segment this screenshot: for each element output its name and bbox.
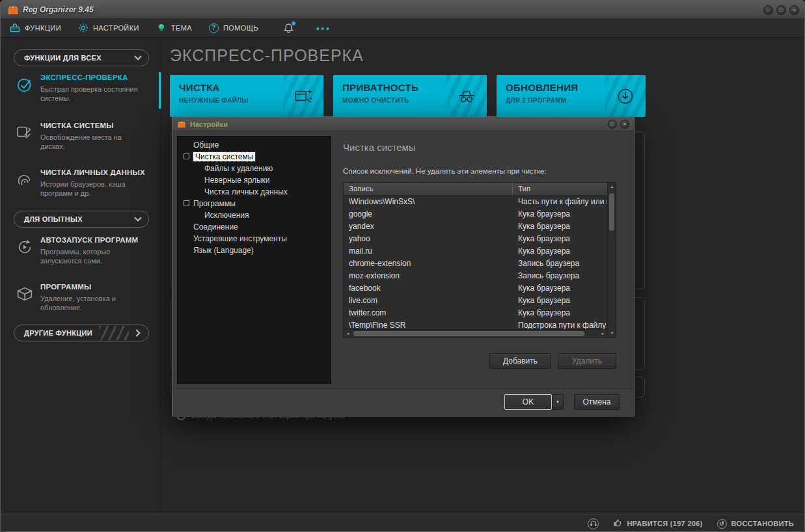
tree-item-invalid-shortcuts[interactable]: Неверные ярлыки <box>204 176 270 186</box>
vertical-scroll-thumb[interactable] <box>609 193 614 231</box>
dialog-title: Настройки <box>190 117 228 131</box>
table-header[interactable]: Запись Тип <box>344 183 607 196</box>
statusbar: НРАВИТСЯ (197 206) ↺ ВОССТАНОВИТЬ <box>1 514 804 532</box>
tree-item-label[interactable]: Неверные ярлыки <box>204 176 270 185</box>
updates-download-icon <box>605 75 646 117</box>
expander-minus-icon[interactable] <box>184 153 189 159</box>
dialog-maximize-button[interactable]: □ <box>608 120 617 129</box>
tree-item-label[interactable]: Чистка системы <box>193 152 255 161</box>
scroll-left-icon[interactable]: ◄ <box>344 330 352 338</box>
tree-item-label[interactable]: Программы <box>193 199 236 208</box>
toolbox-icon <box>10 23 20 33</box>
cell-type: Кука браузера <box>513 245 607 258</box>
restore-label: ВОССТАНОВИТЬ <box>731 520 794 527</box>
cancel-button[interactable]: Отмена <box>574 394 620 410</box>
notifications-bell[interactable] <box>283 23 294 34</box>
cell-entry: twitter.com <box>344 307 513 319</box>
card-cleanup[interactable]: ЧИСТКА НЕНУЖНЫЕ ФАЙЛЫ <box>170 75 323 117</box>
tree-item-connection[interactable]: Соединение <box>193 222 238 233</box>
help-icon: ? <box>209 23 219 33</box>
card-subtitle: НЕНУЖНЫЕ ФАЙЛЫ <box>179 97 249 104</box>
dialog-close-button[interactable]: × <box>620 120 629 129</box>
scroll-up-icon[interactable]: ▲ <box>608 183 616 191</box>
gear-icon <box>78 23 89 33</box>
scroll-right-icon[interactable]: ► <box>599 330 607 338</box>
support-headphones-button[interactable] <box>588 518 599 529</box>
table-row[interactable]: facebook Кука браузера <box>344 282 607 295</box>
card-privacy[interactable]: ПРИВАТНОСТЬ МОЖНО ОЧИСТИТЬ <box>333 75 487 117</box>
table-row[interactable]: twitter.com Кука браузера <box>344 307 607 319</box>
column-header-type[interactable]: Тип <box>513 183 607 195</box>
tree-item-label[interactable]: Исключения <box>204 211 249 220</box>
page-title: ЭКСПРЕСС-ПРОВЕРКА <box>170 46 364 65</box>
tree-item-exclusions[interactable]: Исключения <box>204 211 249 221</box>
tree-item-label[interactable]: Файлы к удалению <box>204 164 273 173</box>
tree-item-personal-data-cleanup[interactable]: Чистка личных данных <box>204 187 288 198</box>
tree-item-system-cleanup[interactable]: Чистка системы <box>193 152 255 163</box>
table-row[interactable]: yahoo Кука браузера <box>344 233 607 245</box>
dialog-section-heading: Чистка системы <box>343 142 416 153</box>
menu-settings-label: НАСТРОЙКИ <box>93 24 139 32</box>
close-button[interactable]: × <box>789 5 799 15</box>
menu-functions[interactable]: ФУНКЦИИ <box>10 23 61 33</box>
sidebar-group-for-experienced[interactable]: ДЛЯ ОПЫТНЫХ <box>14 211 149 228</box>
cell-type: Кука браузера <box>513 307 607 319</box>
tree-item-programs[interactable]: Программы <box>193 199 236 209</box>
add-button[interactable]: Добавить <box>489 353 551 369</box>
menu-theme[interactable]: ТЕМА <box>156 23 192 33</box>
table-row[interactable]: yandex Кука браузера <box>344 220 607 233</box>
sidebar-item-programs[interactable]: ПРОГРАММЫ Удаление, установка и обновлен… <box>1 282 161 319</box>
maximize-button[interactable]: □ <box>776 5 786 15</box>
sidebar-item-autostart[interactable]: АВТОЗАПУСК ПРОГРАММ Программы, которые з… <box>1 235 161 273</box>
ok-button[interactable]: OK <box>504 394 552 410</box>
tree-item-obsolete-tools[interactable]: Устаревшие инструменты <box>193 234 287 245</box>
tree-item-label[interactable]: Чистка личных данных <box>204 187 288 196</box>
tree-item-label[interactable]: Язык (Language) <box>193 246 254 255</box>
delete-button[interactable]: Удалить <box>558 353 616 369</box>
bell-icon <box>283 25 294 36</box>
cell-entry: live.com <box>344 295 513 307</box>
tree-item-general[interactable]: Общие <box>193 140 219 151</box>
table-row[interactable]: \Temp\Fine SSR Подстрока пути к файлу <box>344 319 607 329</box>
restore-button[interactable]: ↺ ВОССТАНОВИТЬ <box>717 519 794 529</box>
table-row[interactable]: chrome-extension Запись браузера <box>344 258 607 270</box>
sidebar-group-other-functions[interactable]: ДРУГИЕ ФУНКЦИИ <box>14 325 149 341</box>
sidebar-item-personal-data-cleanup[interactable]: ЧИСТКА ЛИЧНЫХ ДАННЫХ Истории браузеров, … <box>1 167 161 205</box>
settings-tree: Общие Чистка системы Файлы к удалению Не… <box>177 136 331 384</box>
cell-entry: \Windows\WinSxS\ <box>344 196 513 208</box>
tree-item-files-to-delete[interactable]: Файлы к удалению <box>204 164 273 174</box>
table-row[interactable]: google Кука браузера <box>344 208 607 220</box>
tree-item-label[interactable]: Соединение <box>193 222 238 232</box>
column-header-entry[interactable]: Запись <box>344 183 513 195</box>
table-row[interactable]: mail.ru Кука браузера <box>344 245 607 258</box>
scroll-down-icon[interactable]: ▼ <box>608 329 616 338</box>
table-row[interactable]: moz-extension Запись браузера <box>344 270 607 282</box>
horizontal-scrollbar[interactable]: ◄ ► <box>344 329 607 338</box>
notification-dot <box>292 21 295 25</box>
active-indicator <box>159 72 161 109</box>
ok-dropdown-button[interactable]: ▼ <box>552 394 564 410</box>
stripes-decoration <box>99 326 129 340</box>
minimize-button[interactable]: − <box>763 5 773 15</box>
like-button[interactable]: НРАВИТСЯ (197 206) <box>613 518 702 529</box>
tree-item-label[interactable]: Общие <box>193 140 219 150</box>
card-updates[interactable]: ОБНОВЛЕНИЯ ДЛЯ 2 ПРОГРАММ <box>497 75 646 117</box>
bulb-icon <box>156 23 167 33</box>
menu-settings[interactable]: НАСТРОЙКИ <box>78 23 139 33</box>
titlebar[interactable]: Reg Organizer 9.45 − □ × <box>1 1 804 19</box>
table-row[interactable]: live.com Кука браузера <box>344 295 607 307</box>
tree-item-language[interactable]: Язык (Language) <box>193 246 254 256</box>
table-row[interactable]: \Windows\WinSxS\ Часть пути к файлу или … <box>344 196 607 208</box>
sidebar-item-subtitle: Истории браузеров, кэша программ и др. <box>40 180 148 198</box>
horizontal-scroll-thumb[interactable] <box>353 331 584 336</box>
sidebar-item-express-check[interactable]: ЭКСПРЕСС-ПРОВЕРКА Быстрая проверка состо… <box>1 72 161 110</box>
menu-help[interactable]: ? ПОМОЩЬ <box>209 23 258 33</box>
expander-minus-icon[interactable] <box>184 200 189 206</box>
menu-more[interactable]: ••• <box>316 23 331 33</box>
sidebar-group-functions-for-all[interactable]: ФУНКЦИИ ДЛЯ ВСЕХ <box>14 49 149 66</box>
sidebar-item-system-cleanup[interactable]: ЧИСТКА СИСТЕМЫ Освобождение места на дис… <box>1 120 161 158</box>
menu-help-label: ПОМОЩЬ <box>223 24 258 32</box>
dialog-titlebar[interactable]: Настройки □ × <box>172 117 634 131</box>
vertical-scrollbar[interactable]: ▲ ▼ <box>607 183 616 338</box>
tree-item-label[interactable]: Устаревшие инструменты <box>193 234 287 243</box>
